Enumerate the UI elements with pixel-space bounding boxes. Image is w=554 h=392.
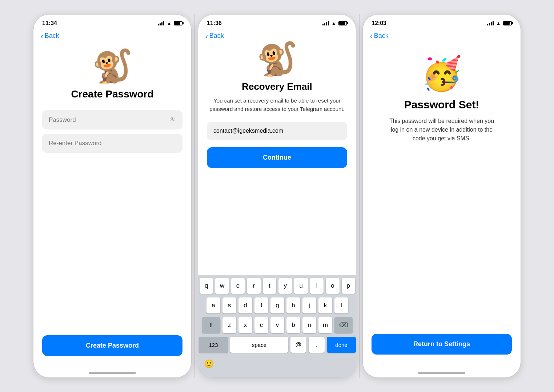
screen3-title: Password Set!: [404, 99, 479, 111]
wifi-icon-3: ▲: [496, 20, 501, 26]
divider-2: [359, 14, 360, 378]
password-field-wrapper[interactable]: 👁: [42, 110, 182, 129]
screen2-title: Recovery Email: [242, 81, 312, 92]
key-t[interactable]: t: [263, 278, 276, 294]
time-2: 11:36: [207, 20, 222, 27]
divider-1: [194, 14, 195, 378]
home-indicator-1: [89, 372, 136, 374]
nav-bar-1: ‹ Back: [33, 31, 191, 43]
signal-icon-1: [158, 21, 164, 25]
key-s[interactable]: s: [222, 297, 236, 313]
keyboard-row-2: a s d f g h j k l: [200, 297, 355, 313]
screen2-desc: You can set a recovery email to be able …: [207, 97, 347, 113]
back-button-1[interactable]: ‹ Back: [41, 32, 59, 40]
keyboard-row-1: q w e r t y u i o p: [200, 278, 355, 294]
continue-button[interactable]: Continue: [207, 147, 347, 168]
status-bar-3: 12:03 ▲: [363, 15, 521, 31]
key-v[interactable]: v: [270, 317, 284, 333]
key-g[interactable]: g: [270, 297, 284, 313]
key-y[interactable]: y: [278, 278, 292, 294]
back-chevron-2: ‹: [205, 32, 208, 40]
party-emoji: 🥳: [421, 57, 462, 90]
monkey-emoji-2: 🐒: [257, 43, 297, 75]
monkey-emoji-1: 🐒: [92, 50, 133, 83]
screen3-desc: This password will be required when you …: [387, 117, 496, 143]
key-h[interactable]: h: [286, 297, 300, 313]
emoji-key[interactable]: 🙂: [204, 359, 214, 369]
key-x[interactable]: x: [238, 317, 252, 333]
time-3: 12:03: [372, 20, 386, 27]
key-123[interactable]: 123: [199, 337, 228, 353]
key-l[interactable]: l: [334, 297, 348, 313]
status-bar-2: 11:36 ▲: [198, 15, 356, 31]
key-period[interactable]: .: [309, 337, 325, 353]
eye-icon[interactable]: 👁: [169, 116, 176, 124]
email-input[interactable]: [207, 122, 347, 140]
screen1-frame: 11:34 ▲ ‹ Back 🐒 Create Password 👁: [33, 14, 192, 378]
signal-icon-3: [487, 21, 494, 25]
nav-bar-3: ‹ Back: [363, 31, 521, 43]
key-e[interactable]: e: [231, 278, 245, 294]
back-label-1: Back: [45, 32, 59, 40]
key-delete[interactable]: ⌫: [334, 317, 353, 333]
key-a[interactable]: a: [206, 297, 220, 313]
back-button-3[interactable]: ‹ Back: [370, 32, 389, 40]
wifi-icon-2: ▲: [331, 20, 336, 26]
screen1-title: Create Password: [71, 88, 153, 100]
key-n[interactable]: n: [302, 317, 316, 333]
key-u[interactable]: u: [294, 278, 308, 294]
key-p[interactable]: p: [342, 278, 355, 294]
key-i[interactable]: i: [310, 278, 324, 294]
key-z[interactable]: z: [222, 317, 236, 333]
status-icons-1: ▲: [158, 20, 182, 26]
status-icons-2: ▲: [322, 20, 347, 26]
screen1-content: 🐒 Create Password 👁 Create Password: [33, 43, 191, 372]
create-password-button[interactable]: Create Password: [42, 335, 182, 356]
key-done[interactable]: done: [327, 337, 356, 353]
key-b[interactable]: b: [286, 317, 300, 333]
return-to-settings-button[interactable]: Return to Settings: [372, 334, 512, 355]
key-space[interactable]: space: [230, 337, 288, 353]
key-w[interactable]: w: [215, 278, 229, 294]
key-shift[interactable]: ⇧: [202, 317, 220, 333]
key-r[interactable]: r: [247, 278, 260, 294]
emoji-bar: 🙂: [200, 356, 355, 376]
key-j[interactable]: j: [302, 297, 316, 313]
key-k[interactable]: k: [318, 297, 332, 313]
screen3-frame: 12:03 ▲ ‹ Back 🥳 Password Set! This pass…: [362, 14, 521, 378]
keyboard-row-4: 123 space @ . done: [200, 337, 355, 353]
key-q[interactable]: q: [200, 278, 213, 294]
key-m[interactable]: m: [318, 317, 332, 333]
back-chevron-1: ‹: [41, 32, 43, 40]
time-1: 11:34: [42, 20, 57, 27]
back-label-3: Back: [374, 32, 389, 40]
key-c[interactable]: c: [254, 317, 268, 333]
keyboard-row-3: ⇧ z x c v b n m ⌫: [200, 317, 355, 333]
signal-icon-2: [322, 21, 329, 25]
reenter-password-input[interactable]: [49, 140, 176, 147]
password-input[interactable]: [49, 116, 169, 124]
battery-icon-2: [338, 21, 347, 25]
keyboard: q w e r t y u i o p a s d f g h j k l ⇧ …: [198, 275, 356, 377]
wifi-icon-1: ▲: [166, 20, 172, 26]
key-o[interactable]: o: [326, 278, 339, 294]
reenter-field-wrapper[interactable]: [42, 134, 182, 153]
screen2-frame: 11:36 ▲ ‹ Back 🐒 Recovery Email You can …: [198, 14, 356, 378]
home-indicator-3: [418, 372, 465, 374]
screen3-content: 🥳 Password Set! This password will be re…: [363, 43, 521, 372]
status-icons-3: ▲: [487, 20, 512, 26]
key-f[interactable]: f: [254, 297, 268, 313]
key-at[interactable]: @: [290, 337, 306, 353]
battery-icon-1: [174, 21, 182, 25]
status-bar-1: 11:34 ▲: [33, 15, 191, 31]
key-d[interactable]: d: [238, 297, 252, 313]
back-label-2: Back: [209, 32, 224, 40]
back-button-2[interactable]: ‹ Back: [205, 32, 224, 40]
back-chevron-3: ‹: [370, 32, 373, 40]
battery-icon-3: [503, 21, 512, 25]
